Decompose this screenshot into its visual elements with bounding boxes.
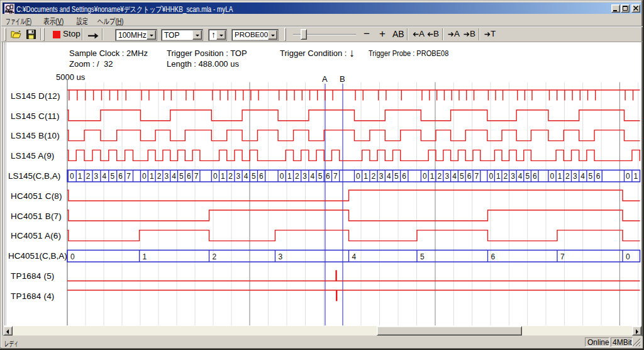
svg-text:6: 6 (118, 172, 123, 181)
svg-text:1: 1 (496, 172, 501, 181)
svg-text:4: 4 (244, 172, 248, 181)
svg-text:0: 0 (356, 172, 360, 181)
svg-text:0: 0 (213, 172, 218, 181)
svg-text:7: 7 (475, 172, 479, 181)
svg-text:6: 6 (533, 172, 537, 181)
svg-text:2: 2 (86, 172, 91, 181)
svg-text:6: 6 (491, 252, 496, 261)
svg-text:4: 4 (452, 172, 457, 181)
svg-text:7: 7 (194, 172, 199, 181)
svg-text:3: 3 (445, 172, 449, 181)
svg-text:2: 2 (213, 252, 217, 261)
svg-text:5: 5 (179, 172, 184, 181)
svg-text:1: 1 (143, 252, 147, 261)
svg-text:5: 5 (252, 172, 256, 181)
svg-text:4: 4 (352, 252, 357, 261)
svg-text:0: 0 (423, 172, 427, 181)
svg-text:2: 2 (504, 172, 508, 181)
svg-text:2: 2 (157, 172, 162, 181)
svg-text:5: 5 (318, 172, 323, 181)
svg-text:4: 4 (387, 172, 391, 181)
svg-text:6: 6 (326, 172, 330, 181)
svg-text:3: 3 (379, 172, 384, 181)
svg-text:4: 4 (172, 172, 176, 181)
svg-text:2: 2 (565, 172, 570, 181)
svg-text:1: 1 (430, 172, 435, 181)
svg-text:3: 3 (236, 172, 241, 181)
svg-text:3: 3 (94, 172, 99, 181)
svg-text:4: 4 (311, 172, 315, 181)
svg-text:4: 4 (103, 172, 107, 181)
svg-text:0: 0 (626, 172, 630, 181)
svg-text:2: 2 (295, 172, 299, 181)
svg-text:0: 0 (280, 172, 284, 181)
svg-text:5: 5 (460, 172, 464, 181)
svg-text:7: 7 (333, 172, 338, 181)
svg-text:0: 0 (489, 172, 493, 181)
svg-text:5: 5 (589, 172, 593, 181)
svg-text:0: 0 (70, 172, 74, 181)
svg-text:3: 3 (279, 252, 283, 261)
svg-text:2: 2 (438, 172, 442, 181)
svg-text:0: 0 (70, 252, 75, 261)
svg-text:0: 0 (626, 252, 630, 261)
svg-text:1: 1 (364, 172, 368, 181)
svg-text:3: 3 (511, 172, 515, 181)
svg-text:1: 1 (78, 172, 82, 181)
svg-text:5: 5 (110, 172, 114, 181)
svg-text:3: 3 (165, 172, 169, 181)
svg-text:5: 5 (394, 172, 399, 181)
svg-text:5: 5 (420, 252, 425, 261)
svg-text:7: 7 (126, 172, 131, 181)
svg-text:3: 3 (303, 172, 307, 181)
svg-text:6: 6 (596, 172, 601, 181)
svg-text:4: 4 (518, 172, 523, 181)
svg-text:6: 6 (467, 172, 472, 181)
svg-text:1: 1 (558, 172, 562, 181)
svg-text:0: 0 (142, 172, 147, 181)
svg-text:1: 1 (150, 172, 154, 181)
svg-text:3: 3 (573, 172, 577, 181)
svg-text:1: 1 (634, 172, 638, 181)
svg-text:2: 2 (228, 172, 233, 181)
svg-text:6: 6 (402, 172, 406, 181)
svg-text:1: 1 (287, 172, 292, 181)
svg-text:7: 7 (560, 252, 565, 261)
svg-text:6: 6 (187, 172, 191, 181)
svg-text:6: 6 (259, 172, 264, 181)
svg-text:4: 4 (580, 172, 585, 181)
svg-text:0: 0 (550, 172, 555, 181)
svg-text:1: 1 (221, 172, 225, 181)
svg-text:5: 5 (525, 172, 530, 181)
svg-text:2: 2 (372, 172, 376, 181)
